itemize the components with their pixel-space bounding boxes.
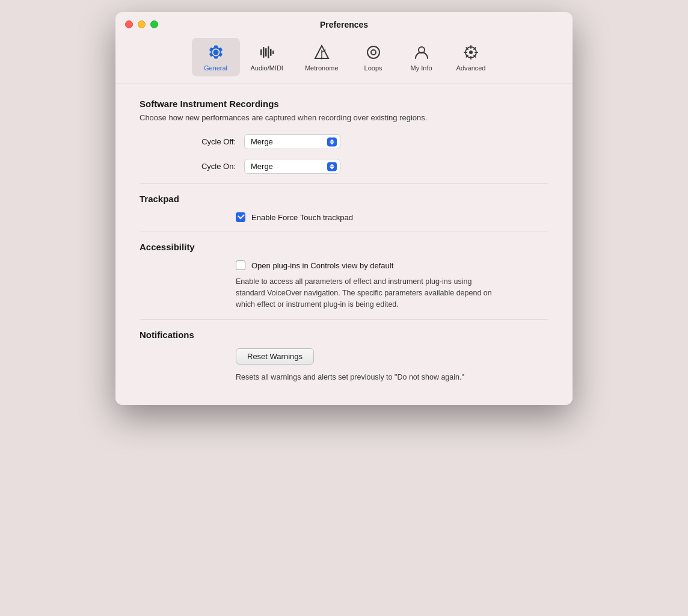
tab-audio-midi[interactable]: Audio/MIDI [240, 38, 294, 76]
tab-audio-midi-label: Audio/MIDI [251, 64, 283, 72]
svg-rect-4 [270, 49, 272, 56]
open-plugins-label: Open plug-ins in Controls view by defaul… [251, 261, 393, 270]
software-instrument-title: Software Instrument Recordings [140, 99, 548, 109]
trackpad-title: Trackpad [140, 194, 548, 204]
tab-metronome[interactable]: Metronome [294, 38, 349, 76]
svg-rect-1 [263, 47, 265, 58]
separator-1 [140, 183, 548, 184]
tab-general[interactable]: General [192, 38, 240, 76]
accessibility-section: Accessibility Open plug-ins in Controls … [140, 242, 548, 310]
tab-advanced[interactable]: Advanced [446, 38, 497, 76]
tab-advanced-label: Advanced [456, 64, 486, 72]
window-title: Preferences [320, 20, 368, 29]
svg-point-14 [469, 51, 473, 54]
accessibility-desc: Enable to access all parameters of effec… [140, 276, 500, 310]
cycle-off-select[interactable]: Merge Replace Create Take Folder [244, 134, 340, 149]
tab-my-info[interactable]: My Info [398, 38, 446, 76]
reset-warnings-button[interactable]: Reset Warnings [236, 348, 314, 365]
titlebar: Preferences [115, 12, 573, 33]
cycle-off-label: Cycle Off: [176, 137, 236, 146]
cycle-on-label: Cycle On: [176, 162, 236, 171]
force-touch-checkbox[interactable] [236, 212, 245, 222]
force-touch-label: Enable Force Touch trackpad [251, 213, 353, 222]
accessibility-title: Accessibility [140, 242, 548, 252]
open-plugins-checkbox[interactable] [236, 260, 245, 270]
maximize-button[interactable] [150, 20, 158, 28]
audio-midi-icon [257, 43, 277, 62]
toolbar: General Audio/MIDI [115, 33, 573, 84]
tab-metronome-label: Metronome [305, 64, 339, 72]
tab-my-info-label: My Info [411, 64, 432, 72]
cycle-on-select[interactable]: Merge Replace Create Take Folder [244, 159, 340, 174]
trackpad-section: Trackpad Enable Force Touch trackpad [140, 194, 548, 222]
cycle-on-select-wrapper: Merge Replace Create Take Folder [244, 159, 340, 174]
svg-point-10 [367, 46, 379, 58]
software-instrument-section: Software Instrument Recordings Choose ho… [140, 99, 548, 174]
metronome-icon [312, 43, 331, 62]
content-area: Software Instrument Recordings Choose ho… [115, 84, 573, 405]
cycle-on-row: Cycle On: Merge Replace Create Take Fold… [140, 159, 548, 174]
svg-point-11 [371, 50, 376, 55]
advanced-icon [461, 43, 481, 62]
gear-icon [206, 43, 226, 62]
person-icon [412, 43, 431, 62]
open-plugins-row: Open plug-ins in Controls view by defaul… [140, 260, 548, 270]
minimize-button[interactable] [138, 20, 146, 28]
software-instrument-desc: Choose how new performances are captured… [140, 112, 548, 123]
notifications-section: Notifications Reset Warnings Resets all … [140, 330, 548, 383]
separator-2 [140, 232, 548, 232]
cycle-off-row: Cycle Off: Merge Replace Create Take Fol… [140, 134, 548, 149]
svg-rect-3 [268, 46, 269, 58]
force-touch-row: Enable Force Touch trackpad [140, 212, 548, 222]
reset-warnings-row: Reset Warnings [140, 348, 548, 365]
tab-loops[interactable]: Loops [349, 38, 398, 76]
notifications-desc: Resets all warnings and alerts set previ… [140, 372, 500, 383]
svg-rect-5 [272, 51, 274, 54]
loops-icon [364, 43, 383, 62]
preferences-window: Preferences General [115, 12, 573, 405]
tab-general-label: General [204, 64, 227, 72]
notifications-title: Notifications [140, 330, 548, 340]
svg-point-9 [321, 58, 322, 60]
tab-loops-label: Loops [364, 64, 382, 72]
traffic-lights [125, 20, 158, 28]
cycle-off-select-wrapper: Merge Replace Create Take Folder [244, 134, 340, 149]
svg-rect-0 [260, 49, 262, 55]
svg-rect-2 [265, 48, 267, 57]
close-button[interactable] [125, 20, 133, 28]
separator-3 [140, 319, 548, 320]
